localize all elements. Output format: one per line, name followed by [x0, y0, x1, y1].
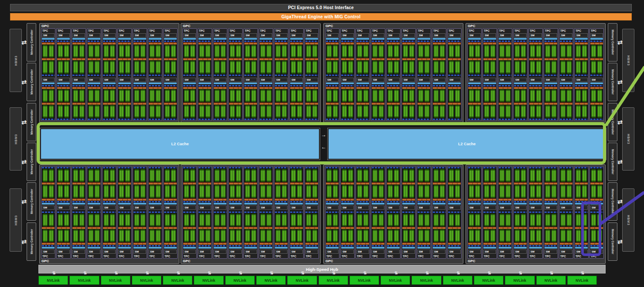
sm-lsu-bar [356, 75, 369, 76]
core-column [125, 169, 130, 182]
core-column [156, 60, 161, 74]
core-column [236, 44, 241, 58]
sm-label: SM [433, 205, 445, 210]
core-column [449, 213, 454, 227]
core-column [165, 89, 170, 102]
core-column [260, 89, 265, 102]
sm-l1-bar [229, 82, 242, 84]
sm-texture-bar [290, 198, 303, 201]
sm-label: SM [560, 249, 572, 254]
sm-lsu-bar [42, 167, 55, 168]
tpc-label: TPC [356, 29, 370, 33]
core-column [184, 44, 189, 58]
sm-scheduler-bar [483, 245, 496, 246]
core-column [363, 184, 368, 198]
core-column [125, 229, 130, 243]
sm-lsu-bar [57, 212, 70, 213]
sm-lsu-bar [260, 75, 272, 76]
core-column [373, 213, 377, 227]
core-column [536, 169, 541, 182]
sm-l1-bar [483, 82, 496, 84]
sm-label: SM [134, 205, 146, 210]
core-column [140, 44, 145, 58]
core-column [434, 169, 438, 182]
sm-scheduler-bar [372, 41, 384, 42]
sm-l1-bar [560, 38, 572, 40]
core-column [455, 213, 460, 227]
core-column [58, 184, 63, 198]
core-column [221, 229, 226, 243]
sm-core-block [244, 105, 257, 118]
core-column [373, 89, 377, 102]
core-column [591, 213, 596, 227]
gpc-label: GPC [324, 259, 463, 263]
sm-l1-bar [118, 247, 131, 249]
core-column [536, 105, 541, 118]
sm-lsu-bar [483, 167, 496, 168]
sm-label: SM [305, 33, 318, 38]
nvlink-arrows-icon: ⇅ [51, 271, 57, 276]
sm-lsu-bar [244, 75, 257, 76]
sm-texture-bar [341, 243, 354, 245]
tpc-column: TPCSMSM [340, 28, 355, 121]
core-column [469, 60, 474, 74]
sm-l1-bar [88, 82, 100, 84]
sm-core-block [229, 229, 242, 243]
sm-core-block [402, 229, 415, 243]
sm-lsu-bar [57, 167, 70, 168]
core-column [236, 213, 241, 227]
sm-lsu-bar [387, 75, 400, 76]
core-column [230, 213, 235, 227]
sm-stack: SMSM [259, 167, 273, 254]
sm-core-block [468, 60, 481, 74]
sm-unit: SM [148, 77, 162, 121]
sm-l1-bar [214, 38, 226, 40]
sm-core-block [372, 89, 384, 102]
sm-unit: SM [371, 33, 385, 76]
sm-texture-bar [545, 198, 557, 201]
sm-unit: SM [164, 211, 177, 255]
core-column [333, 213, 338, 227]
hbm-transfer-arrows-icon: ⇄ [615, 159, 625, 165]
sm-scheduler-bar [72, 85, 85, 86]
sm-core-block [560, 169, 572, 182]
sm-unit: SM [133, 33, 147, 76]
core-column [190, 229, 195, 243]
sm-core-block [483, 89, 496, 102]
sm-l1-bar [545, 247, 557, 249]
sm-core-block [514, 44, 527, 58]
gpc-block: SMSMTPCSMSMTPCSMSMTPCSMSMTPCSMSMTPCSMSMT… [323, 164, 463, 264]
hbm3-label: HBM3 [627, 55, 630, 66]
core-column [251, 169, 256, 182]
sm-stack: SMSM [514, 167, 527, 254]
sm-unit: SM [417, 77, 431, 121]
sm-core-block [290, 44, 303, 58]
core-column [134, 44, 139, 58]
tpc-label: TPC [148, 254, 162, 258]
core-column [73, 44, 78, 58]
core-column [418, 169, 423, 182]
core-column [89, 229, 93, 243]
sm-core-block [402, 89, 415, 102]
sm-scheduler-bar [183, 41, 196, 42]
sm-scheduler-bar [183, 245, 196, 246]
core-column [475, 44, 480, 58]
sm-core-block [42, 184, 55, 198]
core-column [251, 60, 256, 74]
sm-stack: SMSM [544, 33, 558, 120]
sm-scheduler-bar [590, 85, 603, 86]
core-column [394, 213, 399, 227]
sm-unit: SM [244, 33, 257, 76]
sm-lsu-bar [199, 119, 211, 120]
core-column [221, 184, 226, 198]
sm-core-block [387, 89, 400, 102]
sm-texture-bar [305, 243, 318, 245]
sm-core-block [260, 229, 272, 243]
core-column [545, 169, 550, 182]
sm-unit: SM [590, 167, 603, 210]
core-column [545, 229, 550, 243]
sm-scheduler-bar [514, 41, 527, 42]
sm-unit: SM [183, 77, 196, 121]
core-column [230, 184, 235, 198]
core-column [140, 169, 145, 182]
